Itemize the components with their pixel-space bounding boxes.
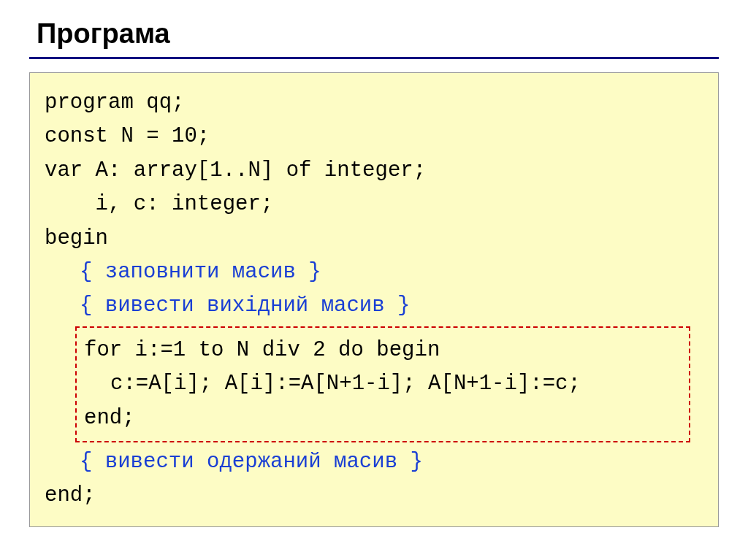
code-line: const N = 10; bbox=[45, 120, 703, 153]
code-line: i, c: integer; bbox=[45, 188, 703, 221]
code-line: for i:=1 to N div 2 do begin bbox=[84, 334, 682, 367]
code-line: c:=A[i]; A[i]:=A[N+1-i]; A[N+1-i]:=c; bbox=[84, 367, 682, 401]
code-line: program qq; bbox=[45, 86, 703, 120]
code-line: begin bbox=[45, 222, 703, 256]
title-divider bbox=[29, 57, 719, 59]
highlight-box: for i:=1 to N div 2 do begin c:=A[i]; A[… bbox=[75, 326, 690, 442]
code-line: var A: array[1..N] of integer; bbox=[45, 154, 703, 188]
slide-title: Програма bbox=[29, 18, 719, 50]
code-line: end; bbox=[45, 479, 703, 513]
code-block: program qq; const N = 10; var A: array[1… bbox=[29, 72, 719, 527]
code-comment: { вивести одержаний масив } bbox=[45, 445, 703, 479]
code-line: end; bbox=[84, 402, 682, 435]
code-comment: { вивести вихідний масив } bbox=[45, 289, 703, 323]
code-comment: { заповнити масив } bbox=[45, 256, 703, 289]
